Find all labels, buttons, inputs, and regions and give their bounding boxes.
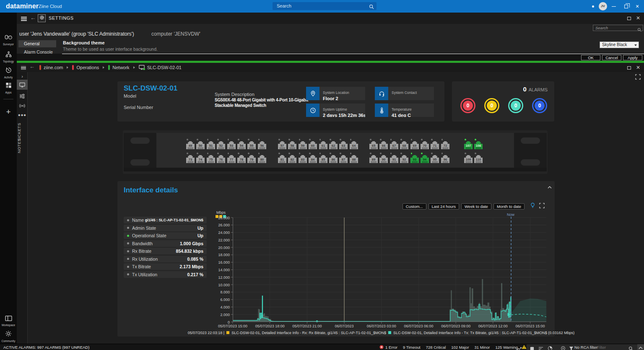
table-row-tx-bitrate[interactable]: Tx Bitrate2.173 Mbps: [124, 263, 207, 270]
port-109[interactable]: 109: [464, 153, 473, 164]
port-85[interactable]: 85: [319, 153, 328, 164]
severity-warning[interactable]: 125 Warning: [494, 345, 518, 350]
theme-dropdown[interactable]: Skyline Black: [600, 41, 639, 48]
port-90[interactable]: 90: [379, 153, 388, 164]
port-107[interactable]: 107: [464, 139, 473, 150]
card-view-icon[interactable]: [530, 345, 534, 350]
port-79[interactable]: 79: [247, 153, 256, 164]
port-63[interactable]: 63: [339, 139, 348, 150]
table-row-rx-bitrate[interactable]: Rx Bitrate854.832 kbps: [124, 248, 207, 254]
port-78[interactable]: 78: [237, 153, 246, 164]
cancel-button[interactable]: Cancel: [602, 55, 621, 60]
port-71[interactable]: 71: [430, 139, 439, 150]
tab-general[interactable]: General: [18, 40, 56, 47]
port-65[interactable]: 65: [369, 139, 378, 150]
port-95[interactable]: 95: [430, 153, 439, 164]
menu-icon[interactable]: [21, 65, 26, 70]
minimize-button[interactable]: [609, 0, 619, 13]
alarm-circle-2[interactable]: 0: [508, 98, 523, 113]
port-92[interactable]: 92: [400, 153, 409, 164]
port-50[interactable]: 50: [196, 139, 205, 150]
active-alarms-label[interactable]: ACTIVE ALARMS: 997 ALARMS (997 UNREAD): [3, 344, 89, 350]
menu-icon[interactable]: [21, 16, 27, 22]
range-button-custom-[interactable]: Custom...: [402, 203, 426, 210]
port-75[interactable]: 75: [206, 153, 216, 164]
port-52[interactable]: 52: [216, 139, 226, 150]
table-row-rx-utilization[interactable]: Rx Utilization0.085 %: [124, 256, 207, 262]
sidebar-item-surveyor[interactable]: Surveyor: [0, 34, 17, 46]
ok-button[interactable]: OK: [581, 55, 600, 60]
chevron-right-icon[interactable]: ›: [17, 74, 28, 79]
alarm-circle-3[interactable]: 0: [532, 98, 547, 113]
global-search-input[interactable]: Search: [273, 2, 377, 10]
range-button-week-to-date[interactable]: Week to date: [461, 203, 491, 210]
severity-critical[interactable]: 728 Critical: [424, 345, 446, 350]
severity-minor[interactable]: 31 Minor: [473, 345, 490, 350]
lightbulb-icon[interactable]: [530, 202, 535, 210]
port-77[interactable]: 77: [227, 153, 236, 164]
port-72[interactable]: 72: [441, 139, 450, 150]
fullscreen-icon[interactable]: [635, 74, 641, 81]
add-button[interactable]: +: [0, 107, 17, 117]
port-91[interactable]: 91: [390, 153, 399, 164]
more-icon[interactable]: •••: [17, 111, 28, 119]
range-button-month-to-date[interactable]: Month to date: [493, 203, 525, 210]
port-93[interactable]: 93: [410, 153, 419, 164]
breadcrumb-item-slc-dsw-02-01[interactable]: SLC-DSW-02-01: [139, 65, 182, 70]
port-89[interactable]: 89: [369, 153, 378, 164]
trend-icon[interactable]: [517, 345, 522, 350]
port-57[interactable]: 57: [278, 139, 287, 150]
apply-button[interactable]: Apply: [623, 55, 642, 60]
settings-search-input[interactable]: Search: [593, 25, 643, 31]
table-row-admin-state[interactable]: Admin StateUp: [124, 225, 207, 231]
table-row-tx-utilization[interactable]: Tx Utilization0.217 %: [124, 271, 207, 278]
range-button-last-24-hours[interactable]: Last 24 hours: [428, 203, 460, 210]
sidebar-item-workspace[interactable]: Workspace: [0, 315, 17, 327]
severity-major[interactable]: 102 Major: [449, 345, 469, 350]
port-74[interactable]: 74: [196, 153, 205, 164]
port-49[interactable]: 49: [186, 139, 195, 150]
port-108[interactable]: 108: [474, 139, 483, 150]
table-row-name[interactable]: Namegi1/45 : SLC-AP-T1-02-01_$MON$: [124, 217, 207, 223]
element-close-button[interactable]: ✕: [634, 63, 642, 72]
table-row-bandwidth[interactable]: Bandwidth1.000 Gbps: [124, 240, 207, 247]
sort-icon[interactable]: [538, 345, 543, 350]
alarm-circle-1[interactable]: 0: [484, 98, 499, 113]
bitrate-chart[interactable]: [233, 218, 546, 322]
chevron-up-icon[interactable]: [637, 344, 644, 350]
port-84[interactable]: 84: [308, 153, 317, 164]
port-94[interactable]: 94: [420, 153, 429, 164]
port-76[interactable]: 76: [216, 153, 226, 164]
port-110[interactable]: 110: [474, 153, 483, 164]
notification-icon[interactable]: [592, 5, 594, 8]
sidebar-item-topology[interactable]: Topology: [0, 51, 17, 63]
target-icon[interactable]: [561, 345, 566, 350]
wireless-icon[interactable]: [17, 102, 28, 110]
settings-close-button[interactable]: ✕: [634, 13, 642, 24]
port-69[interactable]: 69: [410, 139, 419, 150]
port-60[interactable]: 60: [308, 139, 317, 150]
table-row-operational-state[interactable]: Operational StateUp: [124, 232, 207, 239]
severity-timeout[interactable]: 9 Timeout: [401, 345, 421, 350]
monitor-view-icon[interactable]: [17, 80, 28, 90]
port-87[interactable]: 87: [339, 153, 348, 164]
port-51[interactable]: 51: [206, 139, 216, 150]
search-icon[interactable]: [628, 345, 633, 350]
port-80[interactable]: 80: [257, 153, 267, 164]
port-55[interactable]: 55: [247, 139, 256, 150]
avatar[interactable]: JV: [599, 2, 607, 10]
notes-rail-label[interactable]: NOTES: [17, 138, 28, 153]
back-icon[interactable]: ←: [30, 14, 36, 21]
settings-maximize-button[interactable]: [625, 13, 633, 24]
alarm-circle-0[interactable]: 0: [460, 98, 475, 113]
filter-input[interactable]: Filter: [597, 344, 606, 350]
sidebar-item-apps[interactable]: Apps: [0, 82, 17, 94]
port-62[interactable]: 62: [329, 139, 338, 150]
port-54[interactable]: 54: [237, 139, 246, 150]
funnel-icon[interactable]: [569, 345, 574, 350]
port-82[interactable]: 82: [288, 153, 297, 164]
port-67[interactable]: 67: [390, 139, 399, 150]
back-icon[interactable]: ←: [29, 63, 35, 70]
chevron-up-icon[interactable]: [548, 183, 552, 190]
port-68[interactable]: 68: [400, 139, 409, 150]
